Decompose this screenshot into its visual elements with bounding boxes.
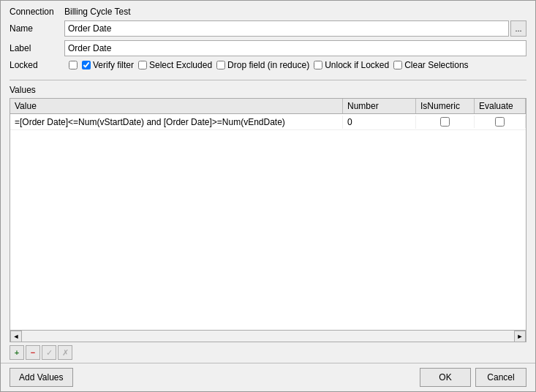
drop-field-checkbox[interactable]: [216, 61, 225, 69]
bottom-right-actions: OK Cancel: [420, 368, 526, 387]
move-down-button[interactable]: ✗: [58, 345, 72, 360]
scroll-left-button[interactable]: ◄: [10, 331, 22, 342]
col-header-evaluate: Evaluate: [475, 99, 526, 113]
verify-filter-checkbox[interactable]: [82, 61, 91, 69]
table-body: =[Order Date]<=Num(vStartDate) and [Orde…: [10, 114, 526, 330]
values-table: Value Number IsNumeric Evaluate =[Order …: [10, 98, 526, 342]
unlock-if-locked-group[interactable]: Unlock if Locked: [314, 60, 389, 70]
clear-selections-label: Clear Selections: [404, 60, 468, 70]
unlock-if-locked-label: Unlock if Locked: [325, 60, 389, 70]
bottom-left-actions: Add Values: [10, 368, 73, 387]
select-excluded-label: Select Excluded: [149, 60, 212, 70]
table-row[interactable]: =[Order Date]<=Num(vStartDate) and [Orde…: [10, 114, 526, 130]
scroll-track: [22, 331, 514, 342]
locked-checkbox-group[interactable]: [69, 61, 78, 69]
dialog: Connection Billing Cycle Test Name ... L…: [0, 0, 536, 392]
cell-number: 0: [343, 116, 416, 129]
locked-checkbox[interactable]: [69, 61, 78, 69]
cancel-button[interactable]: Cancel: [475, 368, 526, 387]
table-header: Value Number IsNumeric Evaluate: [10, 99, 526, 114]
move-up-button[interactable]: ✓: [42, 345, 56, 360]
connection-value: Billing Cycle Test: [64, 7, 130, 17]
toolbar: + − ✓ ✗: [1, 342, 535, 363]
ok-button[interactable]: OK: [420, 368, 471, 387]
verify-filter-label: Verify filter: [93, 60, 134, 70]
locked-field-label: Locked: [10, 60, 64, 70]
isnumeric-checkbox[interactable]: [440, 117, 450, 127]
remove-row-button[interactable]: −: [26, 345, 40, 360]
clear-selections-checkbox[interactable]: [393, 61, 402, 69]
values-section-label: Values: [1, 83, 535, 98]
col-header-isnumeric: IsNumeric: [416, 99, 475, 113]
evaluate-checkbox[interactable]: [495, 117, 505, 127]
verify-filter-group[interactable]: Verify filter: [82, 60, 134, 70]
cell-isnumeric[interactable]: [416, 116, 475, 128]
col-header-number: Number: [343, 99, 416, 113]
label-label: Label: [10, 43, 64, 53]
divider: [10, 80, 526, 80]
add-values-button[interactable]: Add Values: [10, 368, 73, 387]
cell-evaluate[interactable]: [475, 116, 526, 128]
drop-field-group[interactable]: Drop field (in reduce): [216, 60, 309, 70]
cell-value: =[Order Date]<=Num(vStartDate) and [Orde…: [10, 116, 343, 129]
select-excluded-group[interactable]: Select Excluded: [138, 60, 212, 70]
select-excluded-checkbox[interactable]: [138, 61, 147, 69]
name-label: Name: [10, 23, 64, 34]
name-dots-button[interactable]: ...: [510, 20, 526, 37]
connection-label: Connection: [10, 7, 64, 17]
label-input[interactable]: [64, 40, 526, 56]
horizontal-scrollbar[interactable]: ◄ ►: [10, 330, 526, 342]
unlock-if-locked-checkbox[interactable]: [314, 61, 322, 69]
bottom-bar: Add Values OK Cancel: [1, 363, 535, 391]
scroll-right-button[interactable]: ►: [514, 331, 526, 342]
col-header-value: Value: [10, 99, 343, 113]
clear-selections-group[interactable]: Clear Selections: [393, 60, 468, 70]
drop-field-label: Drop field (in reduce): [227, 60, 309, 70]
add-row-button[interactable]: +: [10, 345, 24, 360]
name-input[interactable]: [64, 20, 509, 37]
